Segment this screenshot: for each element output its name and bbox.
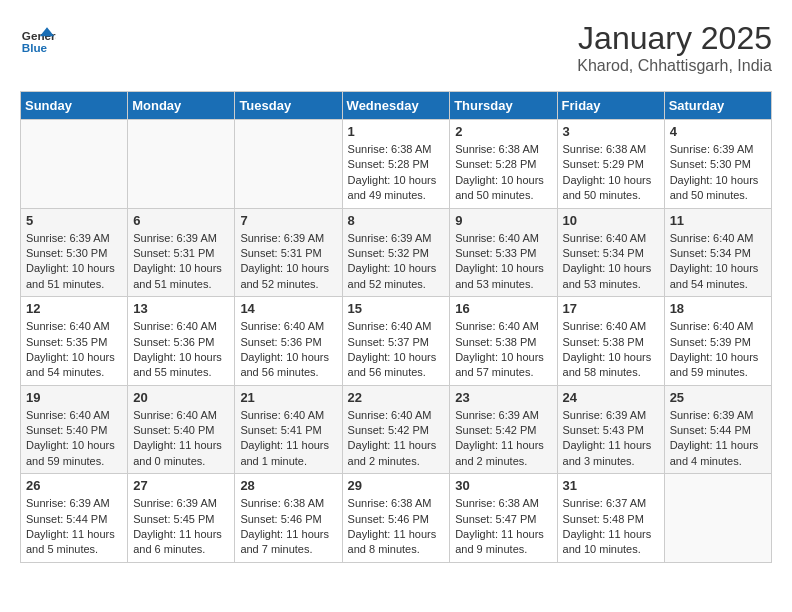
day-info: Sunrise: 6:40 AM Sunset: 5:33 PM Dayligh… — [455, 231, 551, 293]
day-number: 26 — [26, 478, 122, 493]
day-number: 8 — [348, 213, 445, 228]
day-number: 4 — [670, 124, 766, 139]
location: Kharod, Chhattisgarh, India — [577, 57, 772, 75]
day-info: Sunrise: 6:40 AM Sunset: 5:40 PM Dayligh… — [133, 408, 229, 470]
day-info: Sunrise: 6:40 AM Sunset: 5:36 PM Dayligh… — [240, 319, 336, 381]
calendar-cell: 16Sunrise: 6:40 AM Sunset: 5:38 PM Dayli… — [450, 297, 557, 386]
day-info: Sunrise: 6:39 AM Sunset: 5:31 PM Dayligh… — [240, 231, 336, 293]
day-info: Sunrise: 6:38 AM Sunset: 5:46 PM Dayligh… — [240, 496, 336, 558]
day-number: 9 — [455, 213, 551, 228]
day-number: 28 — [240, 478, 336, 493]
day-number: 25 — [670, 390, 766, 405]
calendar-cell: 21Sunrise: 6:40 AM Sunset: 5:41 PM Dayli… — [235, 385, 342, 474]
day-info: Sunrise: 6:39 AM Sunset: 5:32 PM Dayligh… — [348, 231, 445, 293]
weekday-header-monday: Monday — [128, 92, 235, 120]
calendar-cell: 25Sunrise: 6:39 AM Sunset: 5:44 PM Dayli… — [664, 385, 771, 474]
calendar-cell: 26Sunrise: 6:39 AM Sunset: 5:44 PM Dayli… — [21, 474, 128, 563]
day-info: Sunrise: 6:39 AM Sunset: 5:44 PM Dayligh… — [26, 496, 122, 558]
calendar-cell: 17Sunrise: 6:40 AM Sunset: 5:38 PM Dayli… — [557, 297, 664, 386]
day-info: Sunrise: 6:40 AM Sunset: 5:35 PM Dayligh… — [26, 319, 122, 381]
day-info: Sunrise: 6:39 AM Sunset: 5:43 PM Dayligh… — [563, 408, 659, 470]
calendar-cell: 7Sunrise: 6:39 AM Sunset: 5:31 PM Daylig… — [235, 208, 342, 297]
day-info: Sunrise: 6:39 AM Sunset: 5:30 PM Dayligh… — [670, 142, 766, 204]
calendar-cell: 2Sunrise: 6:38 AM Sunset: 5:28 PM Daylig… — [450, 120, 557, 209]
day-info: Sunrise: 6:39 AM Sunset: 5:30 PM Dayligh… — [26, 231, 122, 293]
calendar-cell: 4Sunrise: 6:39 AM Sunset: 5:30 PM Daylig… — [664, 120, 771, 209]
day-info: Sunrise: 6:38 AM Sunset: 5:47 PM Dayligh… — [455, 496, 551, 558]
weekday-header-wednesday: Wednesday — [342, 92, 450, 120]
day-info: Sunrise: 6:40 AM Sunset: 5:42 PM Dayligh… — [348, 408, 445, 470]
calendar-cell: 22Sunrise: 6:40 AM Sunset: 5:42 PM Dayli… — [342, 385, 450, 474]
day-number: 27 — [133, 478, 229, 493]
calendar-cell: 27Sunrise: 6:39 AM Sunset: 5:45 PM Dayli… — [128, 474, 235, 563]
day-info: Sunrise: 6:38 AM Sunset: 5:28 PM Dayligh… — [455, 142, 551, 204]
day-info: Sunrise: 6:37 AM Sunset: 5:48 PM Dayligh… — [563, 496, 659, 558]
calendar-cell: 12Sunrise: 6:40 AM Sunset: 5:35 PM Dayli… — [21, 297, 128, 386]
day-info: Sunrise: 6:40 AM Sunset: 5:40 PM Dayligh… — [26, 408, 122, 470]
day-info: Sunrise: 6:40 AM Sunset: 5:36 PM Dayligh… — [133, 319, 229, 381]
calendar-cell: 10Sunrise: 6:40 AM Sunset: 5:34 PM Dayli… — [557, 208, 664, 297]
day-info: Sunrise: 6:40 AM Sunset: 5:34 PM Dayligh… — [670, 231, 766, 293]
weekday-header-thursday: Thursday — [450, 92, 557, 120]
calendar-cell: 13Sunrise: 6:40 AM Sunset: 5:36 PM Dayli… — [128, 297, 235, 386]
day-number: 22 — [348, 390, 445, 405]
day-number: 30 — [455, 478, 551, 493]
day-number: 29 — [348, 478, 445, 493]
day-info: Sunrise: 6:40 AM Sunset: 5:38 PM Dayligh… — [455, 319, 551, 381]
day-number: 31 — [563, 478, 659, 493]
day-info: Sunrise: 6:39 AM Sunset: 5:44 PM Dayligh… — [670, 408, 766, 470]
month-title: January 2025 — [577, 20, 772, 57]
day-number: 12 — [26, 301, 122, 316]
calendar-cell: 3Sunrise: 6:38 AM Sunset: 5:29 PM Daylig… — [557, 120, 664, 209]
title-block: January 2025 Kharod, Chhattisgarh, India — [577, 20, 772, 75]
day-info: Sunrise: 6:40 AM Sunset: 5:37 PM Dayligh… — [348, 319, 445, 381]
calendar-cell: 18Sunrise: 6:40 AM Sunset: 5:39 PM Dayli… — [664, 297, 771, 386]
day-number: 18 — [670, 301, 766, 316]
day-number: 5 — [26, 213, 122, 228]
day-number: 20 — [133, 390, 229, 405]
calendar-cell: 5Sunrise: 6:39 AM Sunset: 5:30 PM Daylig… — [21, 208, 128, 297]
day-number: 11 — [670, 213, 766, 228]
calendar-table: SundayMondayTuesdayWednesdayThursdayFrid… — [20, 91, 772, 563]
weekday-header-saturday: Saturday — [664, 92, 771, 120]
calendar-cell: 19Sunrise: 6:40 AM Sunset: 5:40 PM Dayli… — [21, 385, 128, 474]
svg-text:Blue: Blue — [22, 41, 48, 54]
weekday-header-friday: Friday — [557, 92, 664, 120]
calendar-cell: 24Sunrise: 6:39 AM Sunset: 5:43 PM Dayli… — [557, 385, 664, 474]
day-number: 13 — [133, 301, 229, 316]
day-number: 14 — [240, 301, 336, 316]
logo-icon: General Blue — [20, 20, 56, 56]
day-info: Sunrise: 6:39 AM Sunset: 5:45 PM Dayligh… — [133, 496, 229, 558]
day-number: 19 — [26, 390, 122, 405]
weekday-header-sunday: Sunday — [21, 92, 128, 120]
day-info: Sunrise: 6:39 AM Sunset: 5:31 PM Dayligh… — [133, 231, 229, 293]
day-number: 15 — [348, 301, 445, 316]
calendar-cell: 28Sunrise: 6:38 AM Sunset: 5:46 PM Dayli… — [235, 474, 342, 563]
day-number: 3 — [563, 124, 659, 139]
day-number: 1 — [348, 124, 445, 139]
day-info: Sunrise: 6:38 AM Sunset: 5:29 PM Dayligh… — [563, 142, 659, 204]
day-number: 16 — [455, 301, 551, 316]
day-number: 6 — [133, 213, 229, 228]
weekday-header-row: SundayMondayTuesdayWednesdayThursdayFrid… — [21, 92, 772, 120]
calendar-cell: 1Sunrise: 6:38 AM Sunset: 5:28 PM Daylig… — [342, 120, 450, 209]
day-info: Sunrise: 6:40 AM Sunset: 5:34 PM Dayligh… — [563, 231, 659, 293]
day-number: 24 — [563, 390, 659, 405]
day-info: Sunrise: 6:38 AM Sunset: 5:28 PM Dayligh… — [348, 142, 445, 204]
page-header: General Blue January 2025 Kharod, Chhatt… — [20, 20, 772, 75]
day-info: Sunrise: 6:40 AM Sunset: 5:39 PM Dayligh… — [670, 319, 766, 381]
calendar-cell — [21, 120, 128, 209]
calendar-cell: 20Sunrise: 6:40 AM Sunset: 5:40 PM Dayli… — [128, 385, 235, 474]
weekday-header-tuesday: Tuesday — [235, 92, 342, 120]
calendar-week-1: 1Sunrise: 6:38 AM Sunset: 5:28 PM Daylig… — [21, 120, 772, 209]
calendar-cell: 30Sunrise: 6:38 AM Sunset: 5:47 PM Dayli… — [450, 474, 557, 563]
calendar-week-3: 12Sunrise: 6:40 AM Sunset: 5:35 PM Dayli… — [21, 297, 772, 386]
day-number: 10 — [563, 213, 659, 228]
day-number: 17 — [563, 301, 659, 316]
calendar-cell: 23Sunrise: 6:39 AM Sunset: 5:42 PM Dayli… — [450, 385, 557, 474]
calendar-week-2: 5Sunrise: 6:39 AM Sunset: 5:30 PM Daylig… — [21, 208, 772, 297]
calendar-cell: 29Sunrise: 6:38 AM Sunset: 5:46 PM Dayli… — [342, 474, 450, 563]
calendar-week-5: 26Sunrise: 6:39 AM Sunset: 5:44 PM Dayli… — [21, 474, 772, 563]
day-info: Sunrise: 6:40 AM Sunset: 5:38 PM Dayligh… — [563, 319, 659, 381]
logo: General Blue — [20, 20, 56, 56]
